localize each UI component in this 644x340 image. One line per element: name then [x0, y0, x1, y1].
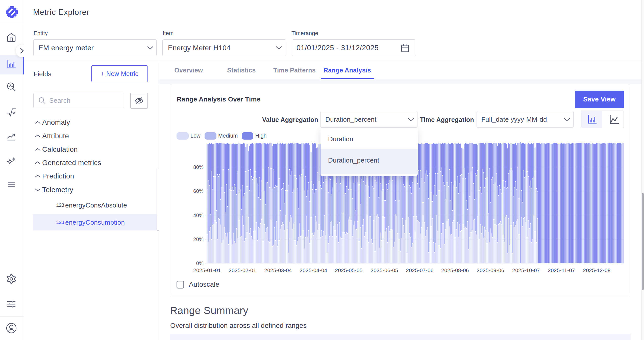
- svg-text:60%: 60%: [193, 188, 204, 194]
- svg-text:0%: 0%: [196, 260, 204, 266]
- svg-text:2025-09-06: 2025-09-06: [477, 267, 504, 273]
- svg-text:2025-04-04: 2025-04-04: [300, 267, 327, 273]
- svg-text:2025-10-07: 2025-10-07: [512, 267, 540, 273]
- svg-text:2025-05-05: 2025-05-05: [335, 267, 362, 273]
- svg-text:2025-11-07: 2025-11-07: [548, 267, 575, 273]
- svg-text:2025-06-05: 2025-06-05: [370, 267, 398, 273]
- svg-text:2025-02-01: 2025-02-01: [229, 267, 256, 273]
- svg-text:40%: 40%: [193, 213, 204, 218]
- svg-text:2025-12-08: 2025-12-08: [583, 267, 610, 273]
- svg-text:2025-01-01: 2025-01-01: [193, 267, 221, 273]
- svg-text:2025-08-06: 2025-08-06: [441, 267, 469, 273]
- svg-text:20%: 20%: [193, 237, 204, 242]
- svg-text:2025-03-04: 2025-03-04: [264, 267, 292, 273]
- svg-text:2025-07-06: 2025-07-06: [406, 267, 433, 273]
- svg-text:80%: 80%: [193, 164, 204, 170]
